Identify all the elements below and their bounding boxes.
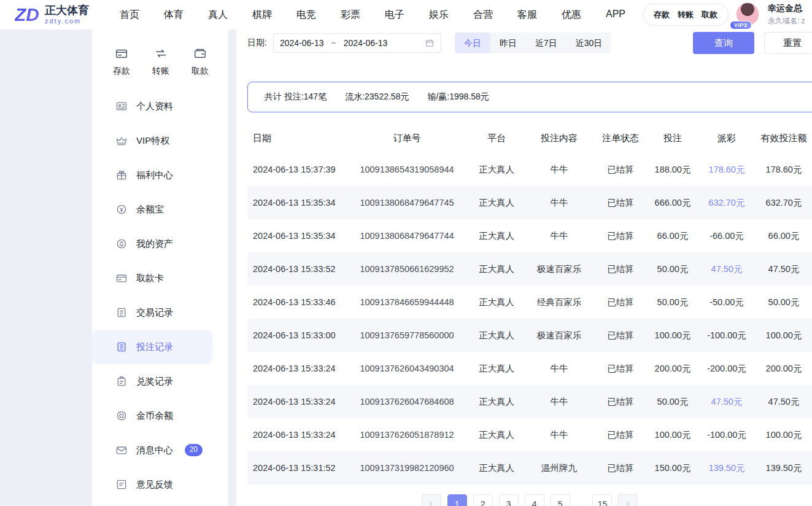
cell-platform: 正大真人 xyxy=(468,451,525,485)
nav-item-customer-service[interactable]: 客服 xyxy=(517,9,537,21)
nav-item-app[interactable]: APP xyxy=(606,9,625,21)
cell-platform: 正大真人 xyxy=(468,153,525,186)
withdraw-link[interactable]: 取款 xyxy=(702,9,717,20)
cell-platform: 正大真人 xyxy=(468,286,525,319)
sidebar-item-gold-coin-balance[interactable]: 金币余额 xyxy=(92,399,228,433)
sidebar-item-transaction-records[interactable]: 交易记录 xyxy=(92,295,228,330)
prev-page-button[interactable] xyxy=(422,494,441,506)
deposit-icon xyxy=(115,47,128,60)
nav-item-entertainment[interactable]: 娱乐 xyxy=(429,9,449,21)
deposit-link[interactable]: 存款 xyxy=(654,9,670,20)
summary-part: 共计 投注:147笔 xyxy=(265,91,327,103)
withdraw-icon xyxy=(193,47,207,60)
date-range-separator: ~ xyxy=(331,38,336,48)
reset-button[interactable]: 重置 xyxy=(764,32,812,54)
filter-row: 日期: 2024-06-13 ~ 2024-06-13 今日昨日近7日近30日 … xyxy=(247,32,812,54)
sidebar-item-bet-records[interactable]: 投注记录 xyxy=(92,330,212,364)
nav-item-board-games[interactable]: 棋牌 xyxy=(252,9,272,21)
cell-bet: 150.00元 xyxy=(648,451,698,485)
cell-status: 已结算 xyxy=(594,252,648,286)
sidebar-item-message-center[interactable]: 消息中心20 xyxy=(92,433,228,467)
cell-content: 牛牛 xyxy=(525,418,594,451)
table-row: 2024-06-13 15:35:341009138068479647745正大… xyxy=(247,186,812,219)
page-button-5[interactable]: 5 xyxy=(551,494,570,506)
table-row: 2024-06-13 15:31:521009137319982120960正大… xyxy=(247,451,812,485)
sidebar-item-profile[interactable]: 个人资料 xyxy=(92,89,228,123)
cell-order: 1009138654319058944 xyxy=(346,153,468,186)
date-to-value[interactable]: 2024-06-13 xyxy=(344,38,388,48)
search-button[interactable]: 查询 xyxy=(693,32,754,54)
pagination: 12345...15 xyxy=(247,494,812,506)
page-button-1[interactable]: 1 xyxy=(447,494,467,506)
next-page-button[interactable] xyxy=(618,494,638,506)
transfer-link[interactable]: 转账 xyxy=(678,9,694,20)
cell-bet: 100.00元 xyxy=(648,418,698,451)
sidebar-item-vip-privileges[interactable]: VIP特权 xyxy=(92,123,228,158)
date-range-picker[interactable]: 2024-06-13 ~ 2024-06-13 xyxy=(273,33,441,53)
table-row: 2024-06-13 15:33:461009137846659944448正大… xyxy=(247,286,812,319)
cell-status: 已结算 xyxy=(594,418,648,451)
nav-item-home[interactable]: 首页 xyxy=(120,9,139,21)
range-preset-today[interactable]: 今日 xyxy=(455,33,490,53)
cell-payout: 178.60元 xyxy=(698,153,756,186)
cell-valid: 100.00元 xyxy=(756,319,812,352)
nav-item-sports[interactable]: 体育 xyxy=(164,9,184,21)
cell-order: 1009137846659944448 xyxy=(346,286,468,319)
vip-level-badge: VIP3 xyxy=(730,21,752,29)
nav-item-slots[interactable]: 电子 xyxy=(385,9,404,21)
nav-item-promotions[interactable]: 优惠 xyxy=(562,9,581,21)
sidebar-item-withdraw-card[interactable]: 取款卡 xyxy=(92,261,228,295)
avatar[interactable]: VIP3 xyxy=(736,2,760,27)
sidebar-item-label: 兑奖记录 xyxy=(136,376,173,387)
calendar-icon xyxy=(425,38,435,48)
sidebar-item-feedback[interactable]: 意见反馈 xyxy=(92,467,228,502)
nav-item-lottery[interactable]: 彩票 xyxy=(341,9,360,21)
logo[interactable]: ZD 正大体育 zdty.com xyxy=(15,5,89,25)
prize-icon xyxy=(115,375,128,387)
nav-item-partnership[interactable]: 合营 xyxy=(473,9,493,21)
unread-count-badge: 20 xyxy=(185,444,203,456)
cell-order: 1009137319982120960 xyxy=(346,451,468,485)
sidebar-item-yuebao[interactable]: 余额宝 xyxy=(92,192,228,227)
quick-action-transfer[interactable]: 转账 xyxy=(152,47,169,77)
username: 幸运金总 xyxy=(768,3,812,14)
range-preset-yesterday[interactable]: 昨日 xyxy=(490,33,526,53)
quick-action-deposit[interactable]: 存款 xyxy=(113,47,130,77)
cell-date: 2024-06-13 15:33:24 xyxy=(247,385,346,418)
cell-payout: -100.00元 xyxy=(698,319,756,352)
page-button-4[interactable]: 4 xyxy=(525,494,544,506)
transfer-icon xyxy=(154,47,168,60)
table-row: 2024-06-13 15:33:241009137626043490304正大… xyxy=(247,352,812,385)
sidebar-item-label: 福利中心 xyxy=(136,169,173,181)
sidebar-item-label: 投注记录 xyxy=(136,341,173,353)
logo-text: 正大体育 zdty.com xyxy=(45,5,89,25)
date-from-value[interactable]: 2024-06-13 xyxy=(280,38,324,48)
page-button-2[interactable]: 2 xyxy=(473,494,493,506)
nav-item-esports[interactable]: 电竞 xyxy=(296,9,316,21)
page-button-3[interactable]: 3 xyxy=(499,494,519,506)
cell-valid: 47.50元 xyxy=(756,385,812,418)
column-header: 投注内容 xyxy=(525,123,594,153)
totals-summary-bar: 共计 投注:147笔流水:23522.58元输/赢:1998.58元 xyxy=(247,82,812,112)
cell-date: 2024-06-13 15:33:46 xyxy=(247,286,346,319)
sidebar: 存款转账取款 个人资料VIP特权福利中心余额宝我的资产取款卡交易记录投注记录兑奖… xyxy=(92,29,228,506)
date-range-presets: 今日昨日近7日近30日 xyxy=(455,33,611,53)
cell-date: 2024-06-13 15:33:52 xyxy=(247,252,346,286)
range-preset-last-30-days[interactable]: 近30日 xyxy=(566,33,612,53)
cell-content: 温州牌九 xyxy=(525,451,594,485)
quick-action-withdraw[interactable]: 取款 xyxy=(191,47,209,77)
nav-item-live-casino[interactable]: 真人 xyxy=(208,9,228,21)
sidebar-item-welfare-center[interactable]: 福利中心 xyxy=(92,158,228,192)
page-button-15[interactable]: 15 xyxy=(592,494,612,506)
sidebar-item-prize-records[interactable]: 兑奖记录 xyxy=(92,364,228,399)
cell-date: 2024-06-13 15:37:39 xyxy=(247,153,346,186)
cell-status: 已结算 xyxy=(594,153,648,186)
table-body: 2024-06-13 15:37:391009138654319058944正大… xyxy=(247,153,812,485)
cell-valid: 66.00元 xyxy=(756,219,812,252)
cell-content: 牛牛 xyxy=(525,352,594,385)
sidebar-item-my-assets[interactable]: 我的资产 xyxy=(92,227,228,261)
chevron-left-icon xyxy=(427,500,436,506)
chevron-right-icon xyxy=(624,500,632,506)
range-preset-last-7-days[interactable]: 近7日 xyxy=(526,33,566,53)
cell-date: 2024-06-13 15:33:24 xyxy=(247,418,346,451)
